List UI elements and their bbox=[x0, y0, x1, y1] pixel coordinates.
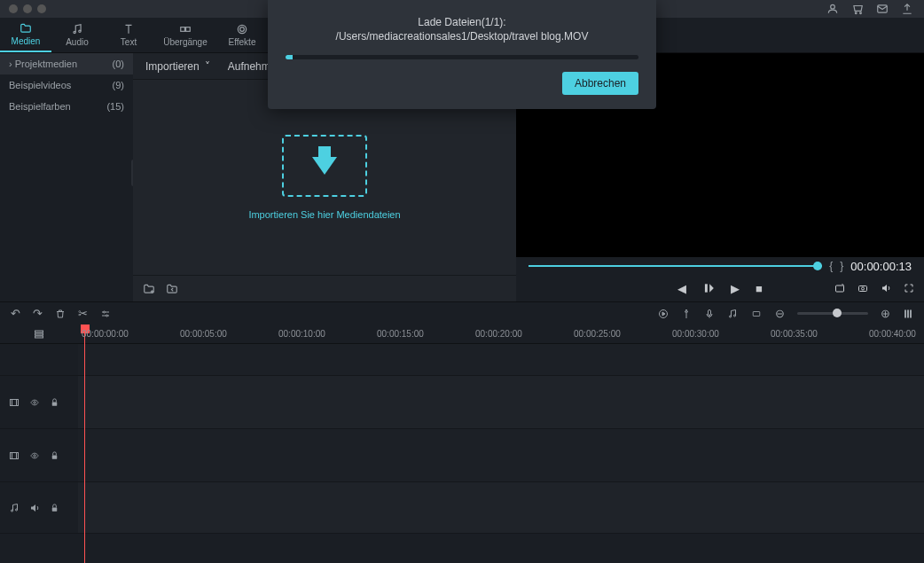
tab-uebergaenge[interactable]: Übergänge bbox=[154, 18, 216, 52]
svg-rect-24 bbox=[907, 309, 909, 317]
video-track-icon[interactable] bbox=[9, 397, 20, 408]
video-track-2 bbox=[0, 429, 924, 482]
maximize-window-button[interactable] bbox=[37, 4, 46, 13]
split-button[interactable]: ✂ bbox=[78, 307, 88, 320]
track-body[interactable] bbox=[78, 429, 924, 481]
preview-scrub-handle[interactable] bbox=[813, 262, 822, 270]
timeline-ruler[interactable]: 00:00:00:00 00:00:05:00 00:00:10:00 00:0… bbox=[78, 325, 924, 343]
svg-point-20 bbox=[730, 316, 732, 317]
lock-icon[interactable] bbox=[50, 503, 59, 513]
svg-point-21 bbox=[734, 315, 736, 317]
render-icon[interactable] bbox=[658, 309, 669, 319]
tab-text[interactable]: Text bbox=[103, 18, 154, 52]
svg-point-16 bbox=[106, 315, 108, 317]
minimize-window-button[interactable] bbox=[23, 4, 32, 13]
voiceover-icon[interactable] bbox=[704, 309, 715, 319]
zoom-thumb[interactable] bbox=[833, 309, 842, 317]
marker-icon[interactable] bbox=[681, 309, 692, 319]
sidebar-item-label: › Projektmedien bbox=[9, 59, 77, 69]
dialog-title: Lade Dateien(1/1): bbox=[286, 16, 638, 28]
zoom-slider[interactable] bbox=[797, 312, 868, 315]
cart-icon[interactable] bbox=[851, 3, 864, 15]
tab-label: Audio bbox=[66, 37, 89, 47]
adjust-icon[interactable] bbox=[100, 309, 111, 319]
ruler-gutter bbox=[0, 325, 78, 343]
add-folder-icon[interactable] bbox=[142, 283, 156, 295]
lock-icon[interactable] bbox=[50, 450, 59, 461]
audio-track-icon[interactable] bbox=[9, 503, 20, 513]
zoom-out-button[interactable]: ⊖ bbox=[775, 307, 785, 320]
zoom-in-button[interactable]: ⊕ bbox=[881, 307, 890, 320]
play-pause-button[interactable] bbox=[702, 282, 715, 294]
fullscreen-icon[interactable] bbox=[903, 283, 915, 293]
delete-button[interactable] bbox=[55, 309, 66, 319]
media-drop-zone[interactable]: Importieren Sie hier Mediendateien bbox=[133, 80, 516, 275]
import-label: Importieren bbox=[145, 60, 200, 73]
tab-audio[interactable]: Audio bbox=[51, 18, 103, 52]
preview-timecode: 00:00:00:13 bbox=[850, 260, 912, 273]
tab-label: Medien bbox=[12, 36, 41, 46]
sidebar-item-beispielvideos[interactable]: Beispielvideos (9) bbox=[0, 74, 133, 96]
music-icon bbox=[71, 23, 83, 35]
aspect-ratio-icon[interactable] bbox=[750, 309, 763, 318]
tab-effekte[interactable]: Effekte bbox=[216, 18, 268, 52]
svg-rect-26 bbox=[35, 331, 43, 332]
volume-icon[interactable] bbox=[880, 283, 892, 293]
tab-label: Effekte bbox=[229, 37, 256, 47]
visibility-icon[interactable] bbox=[28, 398, 41, 407]
svg-rect-19 bbox=[709, 309, 711, 315]
undo-button[interactable]: ↶ bbox=[11, 307, 20, 320]
mark-in-icon[interactable]: { bbox=[829, 260, 833, 272]
track-body[interactable] bbox=[78, 344, 924, 375]
mark-out-icon[interactable]: } bbox=[840, 260, 843, 272]
chevron-down-icon: ˅ bbox=[205, 60, 210, 73]
track-body[interactable] bbox=[78, 482, 924, 533]
titlebar-actions bbox=[826, 3, 924, 15]
arrow-down-icon bbox=[312, 157, 337, 175]
svg-rect-37 bbox=[52, 507, 58, 511]
close-window-button[interactable] bbox=[9, 4, 18, 13]
ruler-tick: 00:00:00:00 bbox=[82, 329, 129, 339]
import-button[interactable]: Importieren ˅ bbox=[145, 60, 210, 73]
tab-medien[interactable]: Medien bbox=[0, 18, 51, 52]
audio-mixer-icon[interactable] bbox=[727, 309, 738, 319]
ruler-tick: 00:00:10:00 bbox=[278, 329, 325, 339]
sidebar-item-count: (0) bbox=[113, 59, 124, 69]
stop-button[interactable]: ■ bbox=[756, 282, 763, 295]
track-body[interactable] bbox=[78, 376, 924, 428]
svg-point-4 bbox=[74, 31, 75, 33]
sidebar-item-count: (9) bbox=[113, 80, 124, 90]
svg-rect-32 bbox=[11, 452, 19, 458]
redo-button[interactable]: ↷ bbox=[33, 307, 43, 320]
ruler-tick: 00:00:30:00 bbox=[672, 329, 719, 339]
lock-icon[interactable] bbox=[50, 397, 59, 408]
mail-icon[interactable] bbox=[876, 3, 889, 15]
svg-rect-13 bbox=[859, 286, 867, 292]
prev-frame-button[interactable]: ◀ bbox=[677, 282, 686, 295]
timeline-settings-icon[interactable] bbox=[903, 308, 913, 320]
cancel-button[interactable]: Abbrechen bbox=[562, 72, 638, 95]
svg-point-14 bbox=[862, 287, 865, 290]
snapshot-icon[interactable] bbox=[834, 283, 846, 293]
preview-controls: ◀ ▶ ■ bbox=[516, 275, 924, 301]
visibility-icon[interactable] bbox=[28, 451, 41, 460]
upload-icon[interactable] bbox=[901, 3, 913, 15]
user-icon[interactable] bbox=[826, 3, 839, 15]
svg-rect-29 bbox=[11, 399, 19, 405]
sidebar-item-projektmedien[interactable]: › Projektmedien (0) bbox=[0, 53, 133, 74]
svg-marker-11 bbox=[709, 284, 714, 292]
sidebar-item-beispielfarben[interactable]: Beispielfarben (15) bbox=[0, 96, 133, 117]
video-track-icon[interactable] bbox=[9, 450, 20, 461]
svg-rect-12 bbox=[836, 285, 844, 292]
ruler-tick: 00:00:15:00 bbox=[377, 329, 424, 339]
timeline-ruler-row: 00:00:00:00 00:00:05:00 00:00:10:00 00:0… bbox=[0, 325, 924, 344]
camera-icon[interactable] bbox=[857, 283, 869, 293]
preview-scrub-track[interactable] bbox=[529, 265, 822, 267]
svg-marker-18 bbox=[662, 312, 665, 316]
mute-icon[interactable] bbox=[28, 503, 41, 513]
open-folder-icon[interactable] bbox=[165, 283, 179, 295]
preview-scrub-bar: { } 00:00:00:13 bbox=[516, 257, 924, 275]
manage-tracks-icon[interactable] bbox=[33, 329, 45, 340]
next-frame-button[interactable]: ▶ bbox=[731, 282, 740, 295]
svg-rect-31 bbox=[52, 402, 58, 405]
